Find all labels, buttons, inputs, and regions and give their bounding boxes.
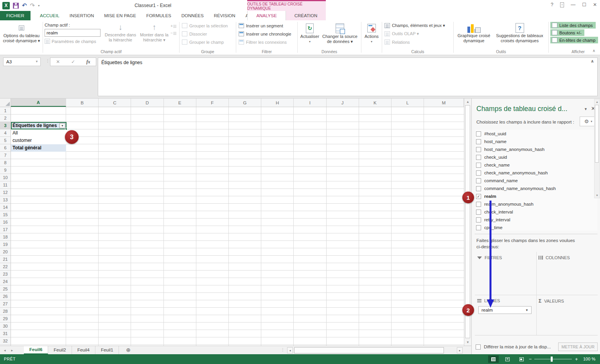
pane-options-caret-icon[interactable]: ▼: [584, 107, 587, 111]
field-checkbox[interactable]: [476, 147, 481, 152]
zoom-slider-track[interactable]: [534, 359, 572, 359]
update-button[interactable]: METTRE À JOUR: [558, 342, 598, 351]
field-checkbox[interactable]: [476, 178, 481, 183]
field-row[interactable]: retry_interval: [475, 216, 597, 224]
field-checkbox[interactable]: [476, 139, 481, 144]
row-header[interactable]: 32: [0, 337, 11, 345]
champ-actif-input[interactable]: [45, 29, 101, 37]
row-header[interactable]: 17: [0, 226, 11, 233]
afficher-toggle[interactable]: Boutons +/-: [550, 29, 584, 36]
rows-zone[interactable]: LIGNES realm ▼: [475, 295, 536, 338]
row-header[interactable]: 7: [0, 152, 11, 159]
row-header[interactable]: 27: [0, 300, 11, 308]
drill-down-button[interactable]: ↓ Descendre dans la hiérarchie: [103, 22, 138, 48]
tab-creation[interactable]: CRÉATION: [286, 11, 326, 20]
scroll-right-icon[interactable]: ▸: [457, 347, 463, 353]
expand-field-button[interactable]: +: [171, 24, 178, 29]
field-checkbox[interactable]: ✓: [476, 194, 481, 199]
column-header[interactable]: B: [66, 99, 99, 107]
sheet-tab[interactable]: Feuil4: [72, 346, 95, 354]
row-header[interactable]: 31: [0, 330, 11, 337]
field-row[interactable]: check_name: [475, 161, 597, 169]
column-header[interactable]: K: [359, 99, 392, 107]
row-header[interactable]: 26: [0, 293, 11, 300]
field-checkbox[interactable]: [476, 163, 481, 168]
groupe-item[interactable]: Dissocier: [181, 30, 234, 38]
column-header[interactable]: F: [196, 99, 229, 107]
scroll-down-icon[interactable]: ▼: [464, 341, 471, 344]
columns-zone[interactable]: COLONNES: [536, 252, 598, 295]
fields-list-scrollbar[interactable]: ▲ ▼: [594, 99, 600, 198]
field-checkbox[interactable]: [476, 155, 481, 160]
field-row[interactable]: check_name_anonymous_hash: [475, 169, 597, 177]
row-header[interactable]: 23: [0, 271, 11, 278]
row-header[interactable]: 13: [0, 196, 11, 204]
tab-analyse[interactable]: ANALYSE: [247, 11, 286, 20]
calculs-item[interactable]: Champs, éléments et jeux ▾: [384, 22, 452, 30]
save-icon[interactable]: [13, 3, 19, 9]
field-checkbox[interactable]: [476, 170, 481, 176]
suggestions-button[interactable]: ? Suggestions de tableaux croisés dynami…: [492, 22, 547, 48]
row-header[interactable]: 3: [0, 122, 11, 129]
column-header[interactable]: A: [11, 99, 66, 107]
cell-a4[interactable]: All: [11, 129, 66, 137]
row-header[interactable]: 25: [0, 285, 11, 293]
sheet-nav-left-icon[interactable]: ◂: [4, 348, 6, 352]
column-header[interactable]: H: [261, 99, 294, 107]
graphique-croise-button[interactable]: Graphique croisé dynamique: [455, 22, 492, 48]
filters-zone[interactable]: FILTRES: [475, 252, 536, 295]
page-layout-view-button[interactable]: [502, 355, 513, 363]
cell-a3-row-labels[interactable]: Étiquettes de lignes ▼: [11, 122, 66, 129]
field-checkbox[interactable]: [476, 225, 481, 230]
drill-up-button[interactable]: ↑ Monter dans la hiérarchie ▾: [138, 22, 171, 48]
field-checkbox[interactable]: [476, 186, 481, 191]
normal-view-button[interactable]: [488, 355, 499, 363]
undo-icon[interactable]: ↶: [22, 2, 27, 9]
scroll-up-icon[interactable]: ▲: [464, 100, 471, 104]
row-header[interactable]: 4: [0, 129, 11, 137]
cells-area[interactable]: Étiquettes de lignes ▼ All customer Tota…: [11, 107, 464, 346]
afficher-toggle[interactable]: En-têtes de champ: [550, 37, 598, 43]
name-box-caret-icon[interactable]: ▼: [35, 58, 38, 66]
parametres-de-champs-button[interactable]: Paramètres de champs: [45, 39, 103, 44]
field-checkbox[interactable]: [476, 210, 481, 215]
close-icon[interactable]: ✕: [593, 2, 597, 7]
fields-scroll-down-icon[interactable]: ▼: [595, 194, 600, 197]
cell-a5[interactable]: customer: [11, 137, 66, 144]
zoom-out-icon[interactable]: −: [529, 354, 532, 364]
vertical-scroll-thumb[interactable]: [465, 105, 470, 338]
field-row[interactable]: check_interval: [475, 208, 597, 216]
field-row[interactable]: command_name: [475, 177, 597, 185]
row-header[interactable]: 21: [0, 256, 11, 263]
name-box-splitter[interactable]: ⋮: [46, 59, 50, 63]
row-header[interactable]: 9: [0, 167, 11, 174]
tab-formules[interactable]: FORMULES: [141, 11, 176, 20]
sheet-tab[interactable]: Feuil6: [24, 346, 48, 354]
field-checkbox[interactable]: [476, 131, 481, 136]
zoom-level[interactable]: 100 %: [583, 354, 595, 364]
field-row[interactable]: #host_uuid: [475, 130, 597, 138]
minimize-icon[interactable]: —: [571, 2, 575, 7]
calculs-item[interactable]: Outils OLAP ▾: [384, 30, 452, 38]
row-labels-filter-dropdown-icon[interactable]: ▼: [59, 123, 65, 128]
help-icon[interactable]: ?: [551, 2, 553, 7]
zoom-slider-thumb[interactable]: [551, 357, 553, 362]
tab-revision[interactable]: RÉVISION: [209, 11, 241, 20]
values-zone[interactable]: ΣVALEURS: [536, 295, 598, 338]
ribbon-display-icon[interactable]: ↑: [560, 2, 564, 7]
collapse-field-button[interactable]: −: [171, 31, 178, 36]
select-all-corner[interactable]: [0, 99, 11, 107]
row-header[interactable]: 8: [0, 159, 11, 167]
row-header[interactable]: 15: [0, 211, 11, 219]
column-header[interactable]: G: [229, 99, 261, 107]
actions-button[interactable]: Actions ▾: [363, 22, 380, 44]
row-header[interactable]: 12: [0, 189, 11, 196]
sheet-tab[interactable]: Feuil1: [95, 346, 119, 354]
scroll-left-icon[interactable]: ◂: [287, 347, 293, 353]
collapse-ribbon-icon[interactable]: ∧: [593, 48, 595, 53]
field-checkbox[interactable]: [476, 202, 481, 207]
rows-field-caret-icon[interactable]: ▼: [525, 308, 528, 312]
row-header[interactable]: 28: [0, 308, 11, 315]
sheet-tab[interactable]: Feuil2: [48, 346, 72, 354]
column-header[interactable]: L: [392, 99, 424, 107]
